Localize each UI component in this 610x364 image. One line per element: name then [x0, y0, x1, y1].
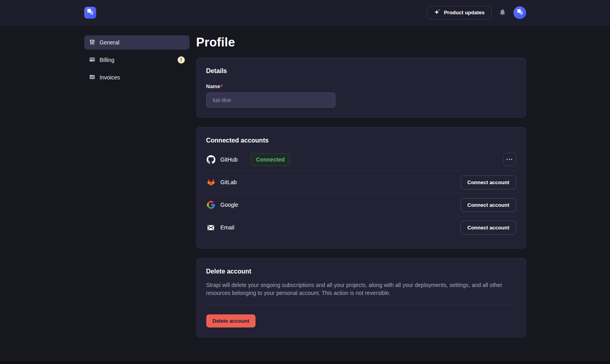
- google-connect-button[interactable]: Connect account: [461, 198, 516, 212]
- account-provider-name: Google: [221, 202, 238, 208]
- strapi-logo[interactable]: [84, 7, 96, 19]
- gitlab-connect-button[interactable]: Connect account: [461, 175, 516, 189]
- email-connect-button[interactable]: Connect account: [461, 221, 516, 235]
- settings-sidebar: General Billing ! $: [84, 35, 190, 353]
- name-label: Name*: [206, 83, 223, 89]
- credit-card-icon: [89, 56, 95, 64]
- accounts-list: GitHub Connected: [206, 148, 516, 239]
- details-card: Details Name*: [196, 58, 526, 117]
- delete-account-title: Delete account: [206, 268, 516, 275]
- account-row-gitlab: GitLab Connect account: [206, 171, 516, 193]
- invoice-icon: $: [89, 74, 95, 81]
- delete-account-description: Strapi will delete your ongoing subscrip…: [206, 281, 516, 297]
- top-bar-inner: Product updates: [84, 6, 526, 19]
- avatar-strapi-icon: [514, 6, 526, 19]
- sidebar-item-invoices[interactable]: $ Invoices: [84, 70, 190, 85]
- account-provider-name: GitHub: [221, 156, 238, 163]
- strapi-logo-icon: [84, 6, 96, 19]
- sidebar-item-general[interactable]: General: [84, 35, 190, 50]
- email-icon: [206, 224, 216, 231]
- delete-card-divider: [206, 304, 516, 305]
- connected-accounts-title: Connected accounts: [206, 137, 516, 144]
- name-input[interactable]: [206, 92, 335, 108]
- gitlab-icon: [206, 178, 216, 187]
- sidebar-item-label: General: [100, 39, 120, 46]
- sparkles-icon: [434, 9, 440, 17]
- bottom-edge-strip: [0, 361, 610, 364]
- account-row-email: Email Connect account: [206, 216, 516, 239]
- top-bar: Product updates: [0, 0, 610, 25]
- top-bar-actions: Product updates: [427, 6, 526, 19]
- sliders-icon: [89, 39, 95, 46]
- required-asterisk: *: [221, 83, 223, 89]
- user-avatar[interactable]: [513, 6, 526, 19]
- bell-icon: [499, 8, 506, 17]
- sidebar-item-label: Billing: [100, 57, 114, 63]
- connected-status-badge: Connected: [251, 153, 290, 166]
- name-field-group: Name*: [206, 83, 516, 108]
- account-provider-name: Email: [221, 224, 234, 231]
- account-row-google: Google Connect account: [206, 193, 516, 216]
- notifications-button[interactable]: [499, 8, 506, 17]
- github-icon: [206, 155, 216, 164]
- page-title: Profile: [196, 35, 526, 50]
- delete-account-button[interactable]: Delete account: [206, 314, 256, 327]
- details-card-title: Details: [206, 67, 516, 75]
- product-updates-button[interactable]: Product updates: [427, 6, 492, 19]
- connected-accounts-card: Connected accounts GitHub Connected: [196, 127, 526, 248]
- delete-account-card: Delete account Strapi will delete your o…: [196, 258, 526, 337]
- page-body: General Billing ! $: [84, 25, 526, 353]
- product-updates-label: Product updates: [444, 10, 485, 15]
- svg-text:$: $: [90, 75, 92, 79]
- account-row-github: GitHub Connected: [206, 148, 516, 171]
- sidebar-item-billing[interactable]: Billing !: [84, 53, 190, 67]
- github-options-button[interactable]: [503, 153, 516, 166]
- main-content: Profile Details Name* Connected accounts: [196, 35, 526, 353]
- ellipsis-icon: [507, 159, 512, 160]
- sidebar-item-label: Invoices: [100, 74, 120, 81]
- billing-warning-badge: !: [178, 56, 185, 64]
- account-provider-name: GitLab: [221, 179, 237, 185]
- google-icon: [206, 201, 216, 209]
